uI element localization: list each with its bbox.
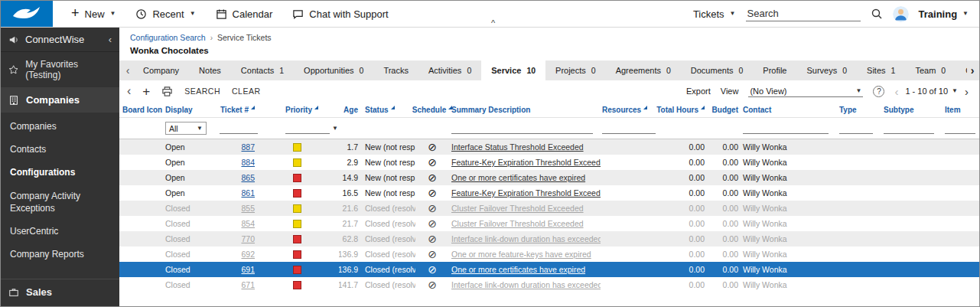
topbar-collapse-caret[interactable]: ^ <box>491 20 495 27</box>
ticket-link[interactable]: 887 <box>241 142 255 152</box>
summary-link[interactable]: One or more certificates have expired <box>451 265 585 274</box>
pager-next-icon[interactable]: › <box>965 86 969 97</box>
schedule-icon[interactable]: ⊘ <box>428 203 437 214</box>
schedule-icon[interactable]: ⊘ <box>428 264 437 275</box>
table-row[interactable]: Closed 770 62.8 Closed (resolv... ⊘ Inte… <box>119 231 979 247</box>
table-row[interactable]: Closed 691 136.9 Closed (resolv... ⊘ One… <box>119 262 979 277</box>
column-header-ticket[interactable]: Ticket # <box>213 102 261 117</box>
view-select[interactable]: (No View) ▼ <box>748 86 863 97</box>
column-header-status[interactable]: Status <box>360 102 415 117</box>
schedule-icon[interactable]: ⊘ <box>428 142 437 152</box>
summary-link[interactable]: Interface link-down duration has exceede… <box>451 280 601 289</box>
sidebar-collapse-icon[interactable]: ‹ <box>109 34 112 44</box>
priority-filter-input[interactable] <box>285 122 330 134</box>
table-row[interactable]: Closed 692 136.9 Closed (resolv... ⊘ One… <box>119 247 979 262</box>
summary-link[interactable]: Feature-Key Expiration Threshold Exceede… <box>451 188 601 198</box>
calendar-button[interactable]: Calendar <box>216 8 273 20</box>
column-header-budget[interactable]: Budget <box>708 102 741 117</box>
column-header-summary[interactable]: Summary Description <box>449 102 601 117</box>
resources-filter-input[interactable] <box>602 122 656 134</box>
column-header-subtype[interactable]: Subtype <box>877 102 940 117</box>
summary-link[interactable]: Cluster Failover Threshold Exceeded <box>451 219 584 228</box>
breadcrumb-parent-link[interactable]: Configuration Search <box>130 33 206 42</box>
contact-filter-input[interactable] <box>743 122 829 134</box>
tab-contacts[interactable]: Contacts 1 <box>231 60 294 80</box>
tab-scroll-left-icon[interactable]: ‹ <box>122 60 133 80</box>
ticket-link[interactable]: 692 <box>241 250 255 259</box>
column-header-total-hours[interactable]: Total Hours <box>662 102 708 117</box>
ticket-link[interactable]: 671 <box>241 280 255 289</box>
export-button[interactable]: Export <box>686 87 711 96</box>
recent-button[interactable]: Recent ▼ <box>135 8 195 20</box>
new-button[interactable]: + New ▼ <box>71 8 116 20</box>
sidebar-item-companies[interactable]: Companies <box>1 115 119 138</box>
ticket-link[interactable]: 855 <box>241 204 255 213</box>
print-icon[interactable] <box>161 86 173 97</box>
sidebar-section-companies[interactable]: Companies <box>1 87 119 113</box>
search-icon[interactable] <box>871 8 883 20</box>
schedule-icon[interactable]: ⊘ <box>428 234 437 244</box>
sidebar-item-contacts[interactable]: Contacts <box>1 138 119 161</box>
table-row[interactable]: Closed 855 21.6 Closed (resolv... ⊘ Clus… <box>119 201 979 216</box>
tab-documents[interactable]: Documents 0 <box>681 60 753 80</box>
user-menu-button[interactable]: Training ▼ <box>919 8 969 20</box>
chat-support-button[interactable]: Chat with Support <box>292 8 388 20</box>
table-row[interactable]: Open 887 1.7 New (not resp... ⊘ Interfac… <box>119 139 979 155</box>
column-header-display[interactable]: Display <box>158 102 213 117</box>
tab-options[interactable]: Options <box>956 60 967 80</box>
schedule-icon[interactable]: ⊘ <box>428 157 437 168</box>
ticket-link[interactable]: 884 <box>241 158 255 167</box>
tab-sites[interactable]: Sites 1 <box>857 60 905 80</box>
tab-team[interactable]: Team 0 <box>905 60 956 80</box>
search-button[interactable]: SEARCH <box>184 87 220 96</box>
summary-link[interactable]: Interface Status Threshold Exceeded <box>451 142 584 152</box>
item-filter-input[interactable] <box>945 122 975 134</box>
ticket-link[interactable]: 854 <box>241 219 255 228</box>
pager-prev-icon[interactable]: ‹ <box>894 86 898 97</box>
sidebar-item-company-reports[interactable]: Company Reports <box>1 243 119 266</box>
summary-link[interactable]: One or more feature-keys have expired <box>451 250 591 259</box>
sidebar-brand-row[interactable]: ConnectWise ‹ <box>1 28 119 52</box>
display-filter-select[interactable]: All ▼ <box>165 122 207 135</box>
chevron-down-icon[interactable]: ▼ <box>332 125 338 132</box>
table-row[interactable]: Closed 854 21.7 Closed (resolv... ⊘ Clus… <box>119 216 979 231</box>
summary-link[interactable]: One or more certificates have expired <box>451 173 585 182</box>
avatar[interactable] <box>893 6 909 22</box>
ticket-filter-input[interactable] <box>220 122 258 134</box>
column-header-resources[interactable]: Resources <box>601 102 662 117</box>
table-row[interactable]: Closed 671 141.7 Closed (resolv... ⊘ Int… <box>119 277 979 292</box>
column-header-item[interactable]: Item <box>940 102 979 117</box>
tab-profile[interactable]: Profile <box>753 60 796 80</box>
sidebar-item-sales[interactable]: Sales <box>1 279 119 306</box>
sidebar-item-my-favorites[interactable]: My Favorites (Testing) <box>1 52 119 87</box>
clear-button[interactable]: CLEAR <box>232 87 261 96</box>
tab-agreements[interactable]: Agreements 0 <box>606 60 681 80</box>
table-row[interactable]: Open 861 16.5 New (not resp... ⊘ Feature… <box>119 185 979 201</box>
subtype-filter-input[interactable] <box>884 122 934 134</box>
schedule-icon[interactable]: ⊘ <box>428 188 437 198</box>
tab-activities[interactable]: Activities 0 <box>418 60 481 80</box>
summary-link[interactable]: Cluster Failover Threshold Exceeded <box>451 204 584 213</box>
column-header-priority[interactable]: Priority <box>261 102 339 117</box>
column-header-schedule[interactable]: Schedule <box>415 102 449 117</box>
sidebar-item-usercentric[interactable]: UserCentric <box>1 220 119 243</box>
ticket-link[interactable]: 691 <box>241 265 255 274</box>
tab-company[interactable]: Company <box>133 60 189 80</box>
tab-scroll-right-icon[interactable]: › <box>967 60 978 80</box>
global-search-input[interactable] <box>746 6 861 21</box>
summary-link[interactable]: Feature-Key Expiration Threshold Exceede… <box>451 158 601 167</box>
schedule-icon[interactable]: ⊘ <box>428 218 437 229</box>
column-header-board-icon[interactable]: Board Icon <box>119 102 158 117</box>
tab-service[interactable]: Service 10 <box>481 60 545 80</box>
type-filter-input[interactable] <box>839 122 873 134</box>
tab-projects[interactable]: Projects 0 <box>545 60 606 80</box>
sidebar-item-company-activity-exceptions[interactable]: Company Activity Exceptions <box>1 185 119 220</box>
ticket-link[interactable]: 865 <box>241 173 255 182</box>
column-header-type[interactable]: Type <box>833 102 877 117</box>
summary-link[interactable]: Interface link-down duration has exceede… <box>451 234 601 243</box>
sidebar-item-configurations[interactable]: Configurations <box>1 161 119 184</box>
tab-notes[interactable]: Notes <box>189 60 231 80</box>
back-icon[interactable]: ‹ <box>127 85 131 97</box>
column-header-contact[interactable]: Contact <box>741 102 833 117</box>
tickets-dropdown[interactable]: Tickets ▼ <box>693 8 736 20</box>
